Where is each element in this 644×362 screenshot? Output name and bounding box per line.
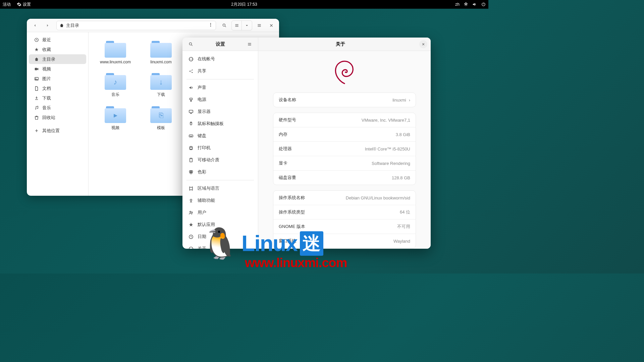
forward-button[interactable]	[42, 21, 53, 30]
network-icon[interactable]	[464, 2, 468, 7]
settings-nav-display[interactable]: 显示器	[182, 106, 258, 118]
settings-nav-printer[interactable]: 打印机	[182, 142, 258, 154]
clock[interactable]: 2月20日 17:53	[231, 2, 257, 7]
settings-nav-a11y[interactable]: 辅助功能	[182, 194, 258, 206]
settings-nav-share[interactable]: 共享	[182, 65, 258, 77]
info-label: 显卡	[279, 160, 287, 166]
settings-nav-region[interactable]: 区域与语言	[182, 182, 258, 194]
sidebar-item-download[interactable]: 下载	[29, 93, 86, 103]
svg-point-8	[35, 109, 36, 109]
folder-item[interactable]: ⎘模板	[141, 106, 181, 131]
settings-nav-color[interactable]: 色彩	[182, 166, 258, 178]
sidebar-item-plus[interactable]: 其他位置	[29, 126, 86, 135]
region-icon	[189, 186, 194, 191]
sidebar-item-label: 图片	[42, 76, 51, 82]
folder-icon	[150, 40, 172, 58]
info-label: 磁盘容量	[279, 175, 296, 181]
info-row: 内存3.8 GiB	[273, 127, 416, 142]
a11y-icon	[189, 198, 194, 203]
top-bar: 活动 设置 2月20日 17:53 zh	[0, 0, 488, 9]
svg-point-14	[192, 72, 193, 73]
settings-nav-label: 电源	[198, 97, 206, 103]
info-value: 128.8 GB	[392, 175, 410, 180]
sidebar-item-image[interactable]: 图片	[29, 74, 86, 83]
settings-close-button[interactable]: ×	[419, 40, 427, 48]
sidebar-item-music[interactable]: 音乐	[29, 103, 86, 113]
list-view-button[interactable]	[232, 21, 242, 30]
input-method[interactable]: zh	[455, 2, 460, 7]
online-icon	[189, 57, 194, 62]
settings-nav-users[interactable]: 用户	[182, 206, 258, 219]
settings-nav-label: 鼠标和触摸板	[198, 121, 224, 127]
settings-nav-online[interactable]: 在线帐号	[182, 53, 258, 65]
sidebar-item-star[interactable]: 收藏	[29, 45, 86, 54]
device-name-row[interactable]: 设备名称 linuxmi ›	[273, 93, 416, 107]
settings-nav-keyboard[interactable]: 键盘	[182, 130, 258, 142]
info-value: Debian GNU/Linux bookworm/sid	[346, 195, 410, 200]
sidebar-item-trash[interactable]: 回收站	[29, 113, 86, 122]
svg-point-7	[36, 78, 36, 78]
sidebar-item-clock[interactable]: 最近	[29, 35, 86, 45]
defaultapp-icon	[189, 222, 194, 227]
more-icon[interactable]	[208, 22, 213, 27]
activities-button[interactable]: 活动	[3, 2, 11, 7]
folder-item[interactable]: ↓下载	[141, 72, 181, 98]
info-row: 显卡Software Rendering	[273, 156, 416, 171]
info-row: 硬件型号VMware, Inc. VMware7,1	[273, 113, 416, 127]
folder-item[interactable]: ♪音乐	[95, 72, 136, 98]
settings-nav-mouse[interactable]: 鼠标和触摸板	[182, 118, 258, 130]
volume-icon[interactable]	[472, 2, 477, 7]
app-menu[interactable]: 设置	[17, 2, 31, 7]
removable-icon	[189, 158, 194, 163]
info-row: 操作系统名称Debian GNU/Linux bookworm/sid	[273, 191, 416, 205]
info-value: Wayland	[393, 239, 410, 244]
back-button[interactable]	[30, 21, 40, 30]
sidebar-item-doc[interactable]: 文档	[29, 83, 86, 93]
sidebar-item-home[interactable]: 主目录	[29, 54, 86, 64]
about-icon	[189, 246, 194, 249]
settings-nav-label: 用户	[198, 209, 206, 216]
sidebar-item-label: 回收站	[42, 115, 55, 121]
files-sidebar: 最近收藏主目录视频图片文档下载音乐回收站其他位置	[27, 32, 89, 196]
settings-search-button[interactable]	[186, 40, 196, 49]
info-label: 操作系统名称	[279, 195, 305, 201]
search-button[interactable]	[219, 21, 229, 30]
settings-main-title: 关于	[262, 41, 419, 47]
close-button[interactable]	[266, 21, 276, 30]
users-icon	[189, 210, 194, 215]
folder-item[interactable]: ▸视频	[95, 106, 136, 131]
path-bar[interactable]: 主目录	[56, 21, 216, 30]
info-label: 操作系统类型	[279, 209, 305, 215]
settings-nav-power[interactable]: 电源	[182, 94, 258, 106]
svg-point-3	[223, 24, 225, 26]
folder-item[interactable]: linuxmi.com	[141, 40, 181, 64]
star-icon	[34, 47, 39, 52]
info-row: 操作系统类型64 位	[273, 205, 416, 220]
svg-point-24	[191, 198, 192, 199]
file-label: 视频	[111, 125, 119, 131]
settings-nav-removable[interactable]: 可移动介质	[182, 154, 258, 166]
info-label: 内存	[279, 131, 287, 137]
settings-nav-sound[interactable]: 声音	[182, 81, 258, 94]
file-label: 模板	[157, 125, 165, 131]
display-icon	[189, 109, 194, 114]
download-icon	[34, 96, 39, 101]
svg-rect-20	[190, 158, 193, 162]
settings-menu-button[interactable]	[245, 40, 255, 49]
share-icon	[189, 69, 194, 74]
svg-point-12	[190, 71, 191, 72]
info-value: Software Rendering	[372, 161, 410, 166]
svg-rect-15	[190, 98, 193, 100]
debian-logo	[333, 59, 356, 86]
power-icon[interactable]	[481, 2, 486, 7]
hamburger-button[interactable]	[254, 21, 264, 30]
folder-icon: ♪	[105, 72, 126, 90]
settings-nav-label: 色彩	[198, 169, 206, 175]
folder-item[interactable]: www.linuxmi.com	[95, 40, 136, 64]
svg-point-23	[190, 172, 192, 174]
settings-nav-label: 打印机	[198, 145, 211, 151]
sidebar-item-video[interactable]: 视频	[29, 64, 86, 74]
view-dropdown-button[interactable]	[242, 21, 252, 30]
svg-point-1	[210, 24, 211, 25]
video-icon	[34, 67, 39, 71]
